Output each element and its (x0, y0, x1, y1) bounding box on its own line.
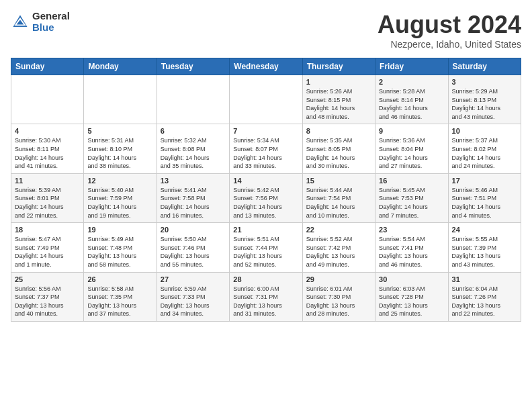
day-info-12: Sunrise: 5:40 AM Sunset: 7:59 PM Dayligh… (87, 186, 152, 220)
day-info-29: Sunrise: 6:01 AM Sunset: 7:30 PM Dayligh… (306, 285, 371, 318)
day-cell-12: 12Sunrise: 5:40 AM Sunset: 7:59 PM Dayli… (84, 173, 157, 222)
weekday-header-tuesday: Tuesday (157, 58, 229, 75)
day-number-11: 11 (15, 177, 80, 185)
day-number-10: 10 (452, 127, 517, 135)
empty-cell (157, 75, 229, 124)
weekday-header-thursday: Thursday (302, 58, 375, 75)
week-row-5: 25Sunrise: 5:56 AM Sunset: 7:37 PM Dayli… (11, 272, 521, 321)
day-info-24: Sunrise: 5:55 AM Sunset: 7:39 PM Dayligh… (452, 235, 517, 269)
week-row-3: 11Sunrise: 5:39 AM Sunset: 8:01 PM Dayli… (11, 173, 521, 222)
day-cell-23: 23Sunrise: 5:54 AM Sunset: 7:41 PM Dayli… (375, 223, 448, 272)
weekday-header-sunday: Sunday (11, 58, 84, 75)
day-number-8: 8 (306, 127, 371, 135)
day-number-24: 24 (452, 226, 517, 234)
logo: General Blue (11, 11, 70, 33)
day-info-16: Sunrise: 5:45 AM Sunset: 7:53 PM Dayligh… (379, 186, 444, 220)
day-cell-25: 25Sunrise: 5:56 AM Sunset: 7:37 PM Dayli… (11, 272, 84, 321)
day-cell-30: 30Sunrise: 6:03 AM Sunset: 7:28 PM Dayli… (375, 272, 448, 321)
day-cell-19: 19Sunrise: 5:49 AM Sunset: 7:48 PM Dayli… (84, 223, 157, 272)
day-cell-17: 17Sunrise: 5:46 AM Sunset: 7:51 PM Dayli… (448, 173, 521, 222)
day-cell-9: 9Sunrise: 5:36 AM Sunset: 8:04 PM Daylig… (375, 124, 448, 173)
day-info-9: Sunrise: 5:36 AM Sunset: 8:04 PM Dayligh… (379, 136, 444, 170)
day-number-29: 29 (306, 275, 371, 283)
day-number-3: 3 (452, 78, 517, 86)
day-info-28: Sunrise: 6:00 AM Sunset: 7:31 PM Dayligh… (233, 285, 298, 318)
day-info-17: Sunrise: 5:46 AM Sunset: 7:51 PM Dayligh… (452, 186, 517, 220)
day-cell-14: 14Sunrise: 5:42 AM Sunset: 7:56 PM Dayli… (230, 173, 302, 222)
day-cell-6: 6Sunrise: 5:32 AM Sunset: 8:08 PM Daylig… (157, 124, 229, 173)
day-cell-29: 29Sunrise: 6:01 AM Sunset: 7:30 PM Dayli… (302, 272, 375, 321)
day-info-13: Sunrise: 5:41 AM Sunset: 7:58 PM Dayligh… (161, 186, 226, 220)
weekday-header-saturday: Saturday (448, 58, 521, 75)
day-info-19: Sunrise: 5:49 AM Sunset: 7:48 PM Dayligh… (87, 235, 152, 269)
day-cell-24: 24Sunrise: 5:55 AM Sunset: 7:39 PM Dayli… (448, 223, 521, 272)
day-cell-13: 13Sunrise: 5:41 AM Sunset: 7:58 PM Dayli… (157, 173, 229, 222)
day-cell-21: 21Sunrise: 5:51 AM Sunset: 7:44 PM Dayli… (230, 223, 302, 272)
day-info-22: Sunrise: 5:52 AM Sunset: 7:42 PM Dayligh… (306, 235, 371, 269)
page-subtitle: Nezperce, Idaho, United States (378, 39, 521, 50)
day-cell-31: 31Sunrise: 6:04 AM Sunset: 7:26 PM Dayli… (448, 272, 521, 321)
day-cell-7: 7Sunrise: 5:34 AM Sunset: 8:07 PM Daylig… (230, 124, 302, 173)
day-info-1: Sunrise: 5:26 AM Sunset: 8:15 PM Dayligh… (306, 87, 371, 121)
day-info-27: Sunrise: 5:59 AM Sunset: 7:33 PM Dayligh… (161, 285, 226, 318)
day-info-23: Sunrise: 5:54 AM Sunset: 7:41 PM Dayligh… (379, 235, 444, 269)
weekday-header-monday: Monday (84, 58, 157, 75)
day-cell-15: 15Sunrise: 5:44 AM Sunset: 7:54 PM Dayli… (302, 173, 375, 222)
day-number-21: 21 (233, 226, 298, 234)
day-cell-4: 4Sunrise: 5:30 AM Sunset: 8:11 PM Daylig… (11, 124, 84, 173)
day-info-21: Sunrise: 5:51 AM Sunset: 7:44 PM Dayligh… (233, 235, 298, 269)
empty-cell (84, 75, 157, 124)
day-cell-22: 22Sunrise: 5:52 AM Sunset: 7:42 PM Dayli… (302, 223, 375, 272)
day-number-13: 13 (161, 177, 226, 185)
logo-general-text: General (32, 11, 70, 22)
day-number-6: 6 (161, 127, 226, 135)
day-number-15: 15 (306, 177, 371, 185)
week-row-4: 18Sunrise: 5:47 AM Sunset: 7:49 PM Dayli… (11, 223, 521, 272)
day-info-14: Sunrise: 5:42 AM Sunset: 7:56 PM Dayligh… (233, 186, 298, 220)
day-info-11: Sunrise: 5:39 AM Sunset: 8:01 PM Dayligh… (15, 186, 80, 220)
day-number-14: 14 (233, 177, 298, 185)
day-cell-11: 11Sunrise: 5:39 AM Sunset: 8:01 PM Dayli… (11, 173, 84, 222)
day-number-20: 20 (161, 226, 226, 234)
day-info-18: Sunrise: 5:47 AM Sunset: 7:49 PM Dayligh… (15, 235, 80, 269)
day-cell-10: 10Sunrise: 5:37 AM Sunset: 8:02 PM Dayli… (448, 124, 521, 173)
title-block: August 2024 Nezperce, Idaho, United Stat… (378, 11, 521, 50)
day-cell-3: 3Sunrise: 5:29 AM Sunset: 8:13 PM Daylig… (448, 75, 521, 124)
day-number-4: 4 (15, 127, 80, 135)
day-info-10: Sunrise: 5:37 AM Sunset: 8:02 PM Dayligh… (452, 136, 517, 170)
logo-blue-text: Blue (32, 22, 70, 34)
day-info-15: Sunrise: 5:44 AM Sunset: 7:54 PM Dayligh… (306, 186, 371, 220)
day-number-12: 12 (87, 177, 152, 185)
day-number-18: 18 (15, 226, 80, 234)
day-info-8: Sunrise: 5:35 AM Sunset: 8:05 PM Dayligh… (306, 136, 371, 170)
day-number-2: 2 (379, 78, 444, 86)
day-number-19: 19 (87, 226, 152, 234)
empty-cell (11, 75, 84, 124)
day-info-30: Sunrise: 6:03 AM Sunset: 7:28 PM Dayligh… (379, 285, 444, 318)
day-number-25: 25 (15, 275, 80, 283)
day-info-31: Sunrise: 6:04 AM Sunset: 7:26 PM Dayligh… (452, 285, 517, 318)
day-info-4: Sunrise: 5:30 AM Sunset: 8:11 PM Dayligh… (15, 136, 80, 170)
day-number-17: 17 (452, 177, 517, 185)
weekday-header-row: SundayMondayTuesdayWednesdayThursdayFrid… (11, 58, 521, 75)
weekday-header-wednesday: Wednesday (230, 58, 302, 75)
day-cell-26: 26Sunrise: 5:58 AM Sunset: 7:35 PM Dayli… (84, 272, 157, 321)
day-cell-2: 2Sunrise: 5:28 AM Sunset: 8:14 PM Daylig… (375, 75, 448, 124)
day-number-23: 23 (379, 226, 444, 234)
week-row-2: 4Sunrise: 5:30 AM Sunset: 8:11 PM Daylig… (11, 124, 521, 173)
day-number-1: 1 (306, 78, 371, 86)
day-number-5: 5 (87, 127, 152, 135)
day-cell-20: 20Sunrise: 5:50 AM Sunset: 7:46 PM Dayli… (157, 223, 229, 272)
day-number-26: 26 (87, 275, 152, 283)
empty-cell (230, 75, 302, 124)
day-number-28: 28 (233, 275, 298, 283)
day-info-7: Sunrise: 5:34 AM Sunset: 8:07 PM Dayligh… (233, 136, 298, 170)
day-cell-8: 8Sunrise: 5:35 AM Sunset: 8:05 PM Daylig… (302, 124, 375, 173)
day-cell-16: 16Sunrise: 5:45 AM Sunset: 7:53 PM Dayli… (375, 173, 448, 222)
day-cell-28: 28Sunrise: 6:00 AM Sunset: 7:31 PM Dayli… (230, 272, 302, 321)
day-info-6: Sunrise: 5:32 AM Sunset: 8:08 PM Dayligh… (161, 136, 226, 170)
day-number-22: 22 (306, 226, 371, 234)
day-info-25: Sunrise: 5:56 AM Sunset: 7:37 PM Dayligh… (15, 285, 80, 318)
page-title: August 2024 (378, 11, 521, 39)
day-cell-1: 1Sunrise: 5:26 AM Sunset: 8:15 PM Daylig… (302, 75, 375, 124)
